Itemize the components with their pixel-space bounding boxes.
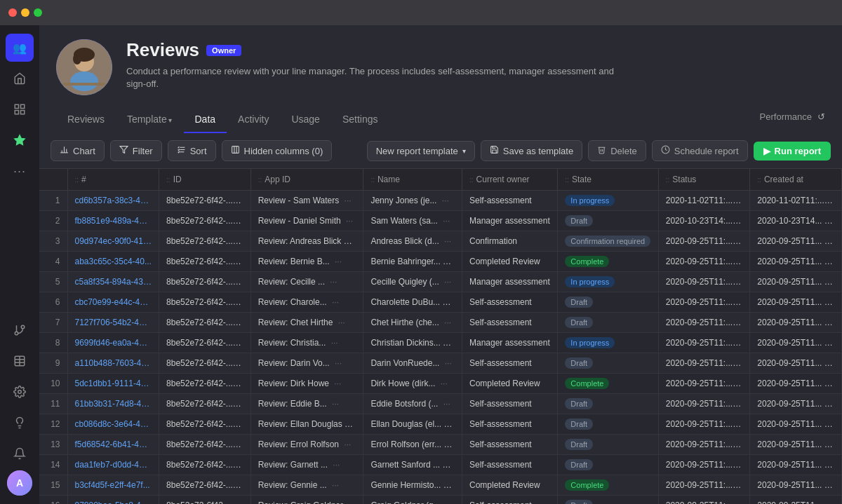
cell-state: Completed Review [462, 252, 558, 272]
table-row[interactable]: 14 daa1feb7-d0dd-410a... 8be52e72-6f42-.… [39, 455, 842, 475]
chart-button[interactable]: Chart [51, 140, 105, 161]
sidebar-icon-grid[interactable] [6, 95, 34, 123]
cell-current-owner: Eddie Botsford (... ··· [363, 394, 462, 414]
cell-status: In progress [558, 333, 658, 353]
table-row[interactable]: 5 c5a8f354-894a-43d... 8be52e72-6f42-...… [39, 272, 842, 292]
sidebar-icon-people[interactable]: 👥 [6, 34, 34, 62]
cell-status: Draft [558, 353, 658, 374]
chart-icon [60, 145, 69, 156]
header-info: Reviews Owner Conduct a performance revi… [126, 39, 617, 90]
table-row[interactable]: 15 b3cf4d5f-e2ff-4e7f... 8be52e72-6f42-.… [39, 475, 842, 496]
chevron-down-icon: ▾ [462, 147, 466, 155]
svg-point-12 [18, 390, 22, 394]
tab-reviews[interactable]: Reviews [56, 107, 116, 133]
cell-appid: 8be52e72-6f42-... ··· [159, 455, 251, 475]
cell-created-at: 2020-09-25T11:... ··· [658, 252, 750, 272]
cell-name: Review: Garnett ... ··· [250, 455, 363, 475]
table-row[interactable]: 2 fb8851e9-489a-4be... 8be52e72-6f42-...… [39, 211, 842, 231]
cell-appid: 8be52e72-6f42-... ··· [159, 333, 251, 353]
cell-name: Review: Cecille ... ··· [250, 272, 363, 292]
table-row[interactable]: 3 09d974ec-90f0-41a... 8be52e72-6f42-...… [39, 231, 842, 252]
cell-created-at: 2020-09-25T11:... ··· [658, 455, 750, 475]
cell-appid: 8be52e72-6f42-... ··· [159, 211, 251, 231]
cell-status: Draft [558, 435, 658, 455]
hidden-columns-button[interactable]: Hidden columns (0) [222, 140, 333, 161]
sidebar-icon-settings[interactable] [6, 378, 34, 406]
cell-state: Self-assessment [462, 292, 558, 313]
cell-appid: 8be52e72-6f42-... ··· [159, 313, 251, 333]
close-button[interactable] [8, 8, 17, 17]
refresh-icon[interactable]: ↺ [817, 111, 825, 122]
table-row[interactable]: 10 5dc1dbb1-9111-432... 8be52e72-6f42-..… [39, 374, 842, 394]
cell-created-at: 2020-09-25T11:... ··· [658, 353, 750, 374]
table-row[interactable]: 11 61bb3b31-74d8-4a6... 8be52e72-6f42-..… [39, 394, 842, 414]
sidebar-icon-bulb[interactable] [6, 409, 34, 437]
template-select[interactable]: New report template ▾ [367, 141, 475, 161]
save-template-button[interactable]: Save as template [481, 140, 582, 161]
tab-template[interactable]: Template [116, 107, 184, 133]
schedule-report-button[interactable]: Schedule report [652, 140, 748, 161]
nav-tabs: Reviews Template Data Activity Usage Set… [56, 107, 825, 133]
table-row[interactable]: 13 f5d68542-6b41-461f... 8be52e72-6f42-.… [39, 435, 842, 455]
data-table: :: # :: ID :: [39, 169, 842, 504]
sort-button[interactable]: Sort [168, 140, 216, 161]
row-num: 14 [39, 455, 67, 475]
tab-settings[interactable]: Settings [331, 107, 389, 133]
cell-status: Draft [558, 313, 658, 333]
filter-button[interactable]: Filter [110, 140, 162, 161]
cell-updated-at: 2020-09-25T11... ··· [750, 496, 842, 505]
cell-updated-at: 2020-09-25T11... ··· [750, 333, 842, 353]
sidebar-icon-bell[interactable] [6, 440, 34, 468]
data-table-container[interactable]: :: # :: ID :: [39, 169, 842, 504]
col-header-id[interactable]: :: # [67, 169, 159, 191]
sidebar-icon-branch[interactable] [6, 316, 34, 344]
table-row[interactable]: 8 9699fd46-ea0a-41d... 8be52e72-6f42-...… [39, 333, 842, 353]
col-header-updated-at[interactable]: :: Created at [750, 169, 842, 191]
sidebar: 👥 ··· [0, 25, 39, 504]
tab-usage[interactable]: Usage [280, 107, 330, 133]
col-header-created-at[interactable]: :: Status [658, 169, 750, 191]
table-row[interactable]: 6 cbc70e99-e44c-4bd... 8be52e72-6f42-...… [39, 292, 842, 313]
col-header-current-owner[interactable]: :: Name [363, 169, 462, 191]
user-avatar[interactable]: A [7, 470, 32, 496]
col-header-name[interactable]: :: App ID [250, 169, 363, 191]
row-num: 7 [39, 313, 67, 333]
cell-state: Self-assessment [462, 414, 558, 435]
row-num: 16 [39, 496, 67, 505]
svg-marker-25 [120, 147, 128, 154]
cell-state: Manager assessment [462, 211, 558, 231]
cell-created-at: 2020-09-25T11:... ··· [658, 313, 750, 333]
table-row[interactable]: 1 cd6b357a-38c3-43e... 8be52e72-6f42-...… [39, 191, 842, 211]
table-row[interactable]: 16 97800bee-5bc8-43... 8be52e72-6f42-...… [39, 496, 842, 505]
cell-appid: 8be52e72-6f42-... ··· [159, 475, 251, 496]
cell-created-at: 2020-09-25T11:... ··· [658, 475, 750, 496]
table-row[interactable]: 9 a110b488-7603-41b... 8be52e72-6f42-...… [39, 353, 842, 374]
tab-activity[interactable]: Activity [227, 107, 280, 133]
cell-updated-at: 2020-09-25T11... ··· [750, 252, 842, 272]
cell-id: cb086d8c-3e64-414... [67, 414, 159, 435]
sidebar-icon-star[interactable] [6, 126, 34, 154]
tab-data[interactable]: Data [184, 107, 227, 133]
delete-button[interactable]: Delete [588, 140, 646, 161]
row-num: 2 [39, 211, 67, 231]
cell-appid: 8be52e72-6f42-... ··· [159, 191, 251, 211]
maximize-button[interactable] [34, 8, 42, 17]
cell-status: In progress [558, 272, 658, 292]
cell-created-at: 2020-09-25T11:... ··· [658, 435, 750, 455]
run-report-button[interactable]: ▶ Run report [754, 142, 831, 161]
toolbar: Chart Filter Sort [39, 133, 842, 169]
sidebar-icon-more[interactable]: ··· [6, 157, 34, 185]
table-row[interactable]: 4 aba3c65c-35c4-40... 8be52e72-6f42-... … [39, 252, 842, 272]
col-header-num [39, 169, 67, 191]
col-header-status[interactable]: :: State [558, 169, 658, 191]
col-header-state[interactable]: :: Current owner [462, 169, 558, 191]
cell-name: Review: Errol Rolfson ··· [250, 435, 363, 455]
row-num: 15 [39, 475, 67, 496]
cell-status: Confirmation required [558, 231, 658, 252]
col-header-appid[interactable]: :: ID [159, 169, 251, 191]
table-row[interactable]: 7 7127f706-54b2-45e... 8be52e72-6f42-...… [39, 313, 842, 333]
sidebar-icon-home[interactable] [6, 64, 34, 93]
table-row[interactable]: 12 cb086d8c-3e64-414... 8be52e72-6f42-..… [39, 414, 842, 435]
minimize-button[interactable] [21, 8, 29, 17]
sidebar-icon-table[interactable] [6, 347, 34, 375]
